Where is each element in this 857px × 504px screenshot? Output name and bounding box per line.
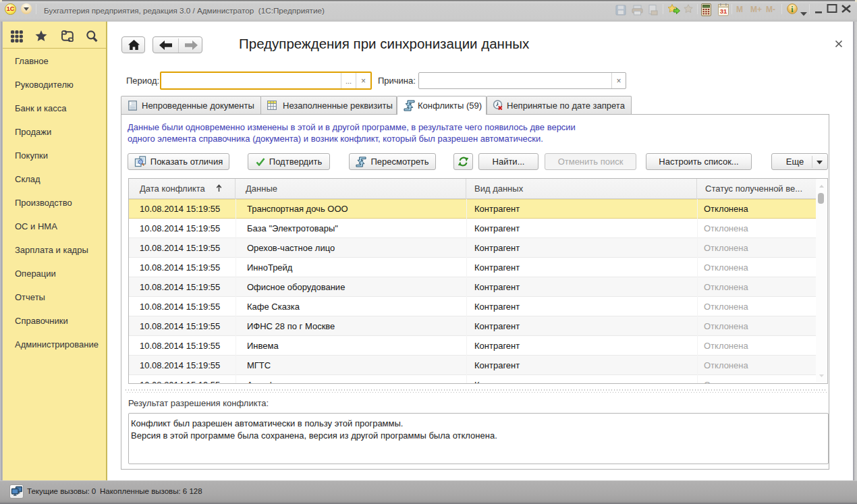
svg-text:31: 31 (720, 7, 727, 15)
